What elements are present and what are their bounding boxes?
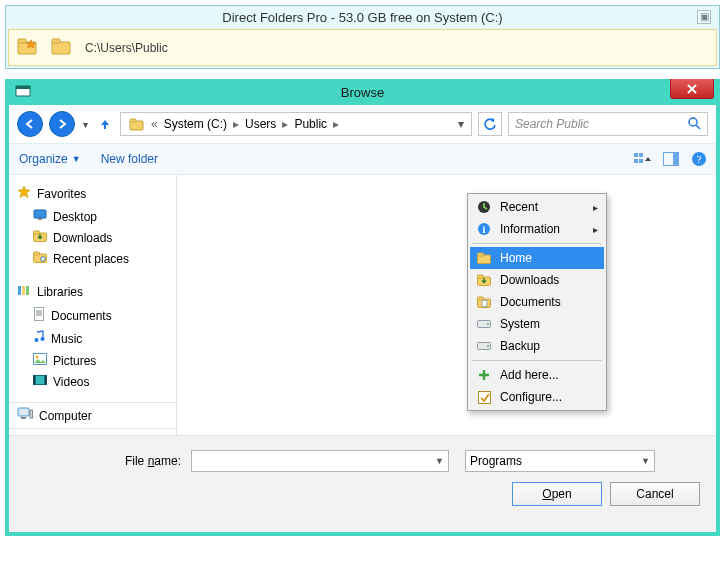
menu-label: Recent [500,200,538,214]
breadcrumb[interactable]: « System (C:) ▸ Users ▸ Public ▸ ▾ [120,112,472,136]
breadcrumb-seg-2[interactable]: Public [290,115,331,133]
svg-rect-58 [478,391,490,403]
search-input[interactable]: Search Public [508,112,708,136]
tree-item-music[interactable]: Music [15,327,170,350]
computer-icon [17,407,33,424]
info-icon: i [476,222,492,236]
banner-path-text: C:\Users\Public [85,41,168,55]
svg-rect-4 [52,39,60,43]
bottom-bar: File name: ▼ Programs ▼ Open Cancel [9,435,716,532]
svg-rect-12 [639,153,643,157]
help-button[interactable]: ? [690,150,708,168]
svg-rect-40 [45,376,47,385]
menu-item-documents[interactable]: Documents [470,291,604,313]
svg-rect-6 [16,86,30,89]
svg-rect-1 [18,39,26,43]
filter-combobox[interactable]: Programs ▼ [465,450,655,472]
menu-item-home[interactable]: Home [470,247,604,269]
svg-point-37 [36,356,39,359]
chevron-down-icon: ▼ [641,456,650,466]
forward-button[interactable] [49,111,75,137]
desktop-icon [33,209,47,224]
chevron-right-icon: ▸ [233,117,239,131]
breadcrumb-seg-1[interactable]: Users [241,115,280,133]
chevron-right-icon: ▸ [282,117,288,131]
menu-label: Add here... [500,368,559,382]
folder-icon [476,252,492,264]
banner-close-button[interactable]: ▣ [697,10,711,24]
tree-item-label: Pictures [53,354,96,368]
tree-item-downloads[interactable]: Downloads [15,227,170,248]
menu-label: Backup [500,339,540,353]
favorite-folder-icon [17,36,39,59]
svg-rect-53 [482,301,487,307]
picture-icon [33,353,47,368]
window-title-text: Browse [341,85,384,100]
tree-item-recent-places[interactable]: Recent places [15,248,170,269]
tree-group-libraries[interactable]: Libraries [15,281,170,304]
tree-item-desktop[interactable]: Desktop [15,206,170,227]
svg-rect-39 [34,376,36,385]
history-dropdown-icon[interactable]: ▾ [81,119,90,130]
svg-rect-3 [52,42,70,54]
svg-point-55 [487,323,489,325]
open-button[interactable]: Open [512,482,602,506]
chevron-right-icon: ▸ [333,117,339,131]
menu-item-configure[interactable]: Configure... [470,386,604,408]
tree-item-pictures[interactable]: Pictures [15,350,170,371]
content-pane[interactable]: Recent ▸ i Information ▸ Home Downloads [177,175,716,435]
filename-input[interactable]: ▼ [191,450,449,472]
svg-rect-11 [634,153,638,157]
menu-item-downloads[interactable]: Downloads [470,269,604,291]
breadcrumb-dropdown-icon[interactable]: ▾ [453,115,469,133]
svg-marker-19 [18,186,30,198]
svg-rect-20 [34,210,46,218]
tree-favorites-label: Favorites [37,187,86,201]
banner-title: Direct Folders Pro - 53.0 GB free on Sys… [8,8,717,29]
documents-folder-icon [476,296,492,308]
search-placeholder: Search Public [515,117,589,131]
breadcrumb-root-icon[interactable] [125,115,149,133]
chevron-down-icon: ▼ [435,456,444,466]
refresh-button[interactable] [478,112,502,136]
menu-label: Information [500,222,560,236]
breadcrumb-seg-1-label: Users [245,117,276,131]
chevron-down-icon: ▼ [72,154,81,164]
menu-item-system[interactable]: System [470,313,604,335]
tree-item-documents[interactable]: Documents [15,304,170,327]
window-titlebar: Browse [9,79,716,105]
libraries-icon [17,283,31,300]
breadcrumb-seg-0-label: System (C:) [164,117,227,131]
drive-icon [476,319,492,329]
svg-point-26 [41,257,45,261]
menu-label: Home [500,251,532,265]
menu-item-information[interactable]: i Information ▸ [470,218,604,240]
svg-rect-29 [26,286,29,295]
svg-rect-13 [634,159,638,163]
tree-group-favorites[interactable]: Favorites [15,183,170,206]
breadcrumb-seg-0[interactable]: System (C:) [160,115,231,133]
back-button[interactable] [17,111,43,137]
window-close-button[interactable] [670,79,714,99]
svg-rect-25 [34,252,40,255]
svg-point-9 [689,118,697,126]
up-button[interactable] [96,115,114,133]
svg-point-34 [35,338,39,342]
new-folder-button[interactable]: New folder [101,152,158,166]
tree-item-computer[interactable]: Computer [9,402,176,429]
menu-item-recent[interactable]: Recent ▸ [470,196,604,218]
cancel-button[interactable]: Cancel [610,482,700,506]
submenu-arrow-icon: ▸ [593,224,598,235]
menu-item-backup[interactable]: Backup [470,335,604,357]
menu-item-add-here[interactable]: Add here... [470,364,604,386]
tree-item-label: Downloads [53,231,112,245]
menu-label: System [500,317,540,331]
tree-item-label: Videos [53,375,89,389]
tree-item-videos[interactable]: Videos [15,371,170,392]
view-options-button[interactable] [634,150,652,168]
submenu-arrow-icon: ▸ [593,202,598,213]
svg-rect-52 [478,297,484,300]
svg-rect-27 [18,286,21,295]
preview-pane-button[interactable] [662,150,680,168]
organize-button[interactable]: Organize ▼ [19,152,81,166]
